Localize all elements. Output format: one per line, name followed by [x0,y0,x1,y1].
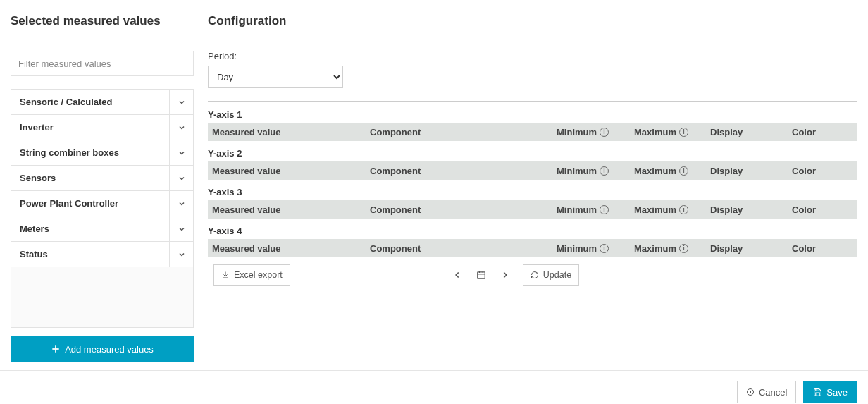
cancel-button[interactable]: Cancel [737,381,796,403]
category-label: String combiner boxes [11,140,169,165]
col-color: Color [792,127,857,137]
col-display: Display [710,243,792,254]
refresh-icon [531,271,539,279]
info-icon[interactable]: i [600,244,609,253]
plus-icon [51,344,61,354]
svg-rect-2 [478,272,485,278]
info-icon[interactable]: i [600,205,609,214]
date-nav [452,270,510,280]
period-label: Period: [208,51,857,61]
col-minimum: Minimumi [557,243,634,254]
col-maximum: Maximumi [634,243,710,254]
left-title: Selected measured values [11,14,194,28]
add-button-label: Add measured values [65,344,154,355]
info-icon[interactable]: i [679,244,688,253]
divider [208,101,857,102]
y-axis-2-title: Y-axis 2 [208,148,857,159]
footer: Cancel Save [0,370,868,404]
y-axis-1-title: Y-axis 1 [208,109,857,120]
cancel-label: Cancel [759,387,787,398]
col-display: Display [710,204,792,215]
category-label: Sensors [11,166,169,190]
col-measured-value: Measured value [208,127,370,137]
info-icon[interactable]: i [679,166,688,176]
chevron-down-icon[interactable] [169,242,193,267]
add-measured-values-button[interactable]: Add measured values [11,336,194,362]
chevron-left-icon[interactable] [452,270,462,280]
category-label: Sensoric / Calculated [11,90,169,114]
category-label: Power Plant Controller [11,191,169,216]
col-minimum: Minimumi [557,166,634,176]
config-title: Configuration [208,14,857,28]
chevron-down-icon[interactable] [169,191,193,216]
save-button[interactable]: Save [803,381,857,403]
chevron-down-icon[interactable] [169,166,193,190]
col-color: Color [792,204,857,215]
col-display: Display [710,166,792,176]
category-sensoric-calculated[interactable]: Sensoric / Calculated [11,90,193,115]
update-label: Update [543,270,571,280]
col-maximum: Maximumi [634,204,710,215]
category-accordion: Sensoric / Calculated Inverter String co… [11,89,194,267]
category-power-plant-controller[interactable]: Power Plant Controller [11,191,193,216]
col-measured-value: Measured value [208,243,370,254]
category-label: Meters [11,216,169,241]
period-select[interactable]: Day [208,66,343,88]
category-string-combiner-boxes[interactable]: String combiner boxes [11,140,193,166]
y-axis-3-title: Y-axis 3 [208,187,857,197]
chevron-right-icon[interactable] [500,270,510,280]
close-icon [746,388,755,396]
y-axis-4-header: Measured value Component Minimumi Maximu… [208,239,857,257]
y-axis-2-header: Measured value Component Minimumi Maximu… [208,161,857,180]
chevron-down-icon[interactable] [169,90,193,114]
category-label: Inverter [11,115,169,140]
y-axis-1-header: Measured value Component Minimumi Maximu… [208,123,857,141]
col-measured-value: Measured value [208,204,370,215]
y-axis-3-header: Measured value Component Minimumi Maximu… [208,200,857,219]
info-icon[interactable]: i [600,128,609,137]
calendar-icon[interactable] [476,270,486,280]
col-component: Component [370,127,557,137]
filter-input[interactable] [11,51,194,76]
category-status[interactable]: Status [11,242,193,267]
excel-export-label: Excel export [234,270,283,280]
col-color: Color [792,243,857,254]
save-label: Save [826,387,848,398]
chevron-down-icon[interactable] [169,140,193,165]
chevron-down-icon[interactable] [169,115,193,140]
col-maximum: Maximumi [634,166,710,176]
category-inverter[interactable]: Inverter [11,115,193,140]
accordion-empty-area [11,267,194,328]
col-component: Component [370,204,557,215]
info-icon[interactable]: i [679,205,688,214]
col-component: Component [370,243,557,254]
col-minimum: Minimumi [557,127,634,137]
col-measured-value: Measured value [208,166,370,176]
save-icon [813,388,822,397]
y-axis-4-title: Y-axis 4 [208,226,857,236]
category-label: Status [11,242,169,267]
col-minimum: Minimumi [557,204,634,215]
category-meters[interactable]: Meters [11,216,193,242]
category-sensors[interactable]: Sensors [11,166,193,191]
info-icon[interactable]: i [600,166,609,176]
col-component: Component [370,166,557,176]
col-display: Display [710,127,792,137]
info-icon[interactable]: i [679,128,688,137]
excel-export-button[interactable]: Excel export [213,264,290,286]
download-icon [221,271,230,279]
col-maximum: Maximumi [634,127,710,137]
col-color: Color [792,166,857,176]
update-button[interactable]: Update [523,264,579,286]
chevron-down-icon[interactable] [169,216,193,241]
